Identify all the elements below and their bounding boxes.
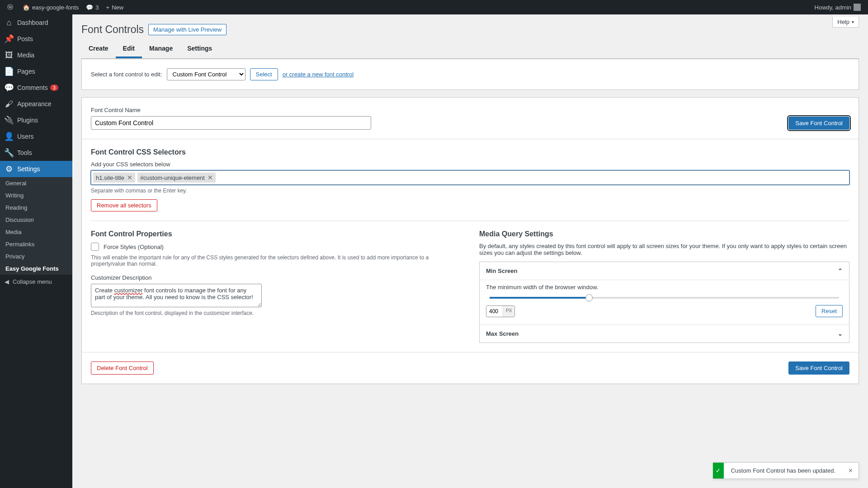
sidebar-item-tools[interactable]: 🔧Tools <box>0 145 72 161</box>
media-query-desc: By default, any styles created by this f… <box>479 243 849 256</box>
sidebar-sub-reading[interactable]: Reading <box>0 202 72 214</box>
select-button[interactable]: Select <box>250 68 278 80</box>
badge: 3 <box>50 84 58 91</box>
min-screen-toggle[interactable]: Min Screen ⌃ <box>480 262 849 280</box>
pages-icon: 📄 <box>5 67 14 76</box>
site-name-link[interactable]: 🏠easy-google-fonts <box>19 0 82 14</box>
save-button-bottom[interactable]: Save Font Control <box>788 361 849 375</box>
sidebar-item-users[interactable]: 👤Users <box>0 128 72 145</box>
min-screen-value-input[interactable] <box>486 306 503 317</box>
css-tag: #custom-unique-element✕ <box>137 173 216 183</box>
posts-icon: 📌 <box>5 34 14 43</box>
howdy-user[interactable]: Howdy, admin <box>811 0 864 14</box>
remove-tag-icon[interactable]: ✕ <box>127 174 132 181</box>
tools-icon: 🔧 <box>5 148 14 157</box>
unit-label: PX <box>503 306 514 317</box>
css-tag: h1.site-title✕ <box>93 173 135 183</box>
sidebar-sub-general[interactable]: General <box>0 177 72 189</box>
css-selectors-title: Font Control CSS Selectors <box>91 148 849 156</box>
admin-sidebar: ⌂Dashboard📌Posts🖼Media📄Pages💬Comments3🖌A… <box>0 14 72 402</box>
sidebar-item-pages[interactable]: 📄Pages <box>0 63 72 80</box>
sidebar-sub-easy-google-fonts[interactable]: Easy Google Fonts <box>0 263 72 275</box>
plugins-icon: 🔌 <box>5 116 14 125</box>
remove-tag-icon[interactable]: ✕ <box>208 174 213 181</box>
main-content: Help Font Controls Manage with Live Prev… <box>72 14 868 402</box>
dashboard-icon: ⌂ <box>5 18 14 27</box>
tab-settings[interactable]: Settings <box>180 40 219 58</box>
sidebar-item-posts[interactable]: 📌Posts <box>0 31 72 47</box>
delete-font-control-button[interactable]: Delete Font Control <box>91 361 154 375</box>
tab-manage[interactable]: Manage <box>142 40 180 58</box>
sidebar-sub-discussion[interactable]: Discussion <box>0 214 72 226</box>
force-styles-label: Force Styles (Optional) <box>104 244 164 250</box>
wp-logo[interactable]: ⓦ <box>4 0 19 14</box>
comments-link[interactable]: 💬3 <box>82 0 102 14</box>
select-control-panel: Select a font control to edit: Custom Fo… <box>81 59 859 90</box>
sidebar-sub-privacy[interactable]: Privacy <box>0 250 72 263</box>
css-selectors-input[interactable]: h1.site-title✕#custom-unique-element✕ <box>91 170 849 185</box>
css-hint: Separate with commas or the Enter key. <box>91 188 849 194</box>
properties-title: Font Control Properties <box>91 230 461 238</box>
sidebar-item-plugins[interactable]: 🔌Plugins <box>0 112 72 128</box>
font-control-select[interactable]: Custom Font Control <box>167 68 245 80</box>
min-screen-slider[interactable] <box>490 297 839 299</box>
sidebar-item-comments[interactable]: 💬Comments3 <box>0 80 72 96</box>
customizer-desc-label: Customizer Description <box>91 274 461 281</box>
page-title: Font Controls <box>81 23 144 36</box>
tab-bar: CreateEditManageSettings <box>81 40 859 59</box>
tab-edit[interactable]: Edit <box>116 40 142 58</box>
collapse-menu-button[interactable]: ◀Collapse menu <box>0 275 72 289</box>
tab-create[interactable]: Create <box>81 40 116 58</box>
help-tab[interactable]: Help <box>832 17 859 28</box>
live-preview-button[interactable]: Manage with Live Preview <box>148 24 226 35</box>
reset-min-button[interactable]: Reset <box>816 305 843 317</box>
force-styles-desc: This will enable the important rule for … <box>91 254 461 267</box>
new-content-link[interactable]: +New <box>103 0 127 14</box>
customizer-desc-hint: Description of the font control, display… <box>91 310 461 316</box>
max-screen-toggle[interactable]: Max Screen ⌄ <box>480 324 849 343</box>
remove-all-selectors-button[interactable]: Remove all selectors <box>91 199 157 211</box>
slider-thumb[interactable] <box>585 294 593 301</box>
chevron-down-icon: ⌄ <box>838 330 843 337</box>
font-control-name-input[interactable] <box>91 116 371 130</box>
settings-icon: ⚙ <box>5 164 14 174</box>
sidebar-sub-writing[interactable]: Writing <box>0 189 72 202</box>
chevron-up-icon: ⌃ <box>838 267 843 274</box>
sidebar-sub-media[interactable]: Media <box>0 226 72 238</box>
comments-icon: 💬 <box>5 83 14 92</box>
create-new-link[interactable]: or create a new font control <box>283 71 354 78</box>
force-styles-checkbox[interactable] <box>91 243 99 251</box>
users-icon: 👤 <box>5 132 14 141</box>
customizer-desc-textarea[interactable]: Create customizer font controls to manag… <box>91 284 262 307</box>
admin-topbar: ⓦ 🏠easy-google-fonts 💬3 +New Howdy, admi… <box>0 0 868 14</box>
sidebar-item-dashboard[interactable]: ⌂Dashboard <box>0 14 72 31</box>
sidebar-item-appearance[interactable]: 🖌Appearance <box>0 96 72 112</box>
edit-panel: Font Control Name Save Font Control Font… <box>81 97 859 384</box>
sidebar-item-settings[interactable]: ⚙Settings <box>0 161 72 177</box>
save-button-top[interactable]: Save Font Control <box>788 117 849 130</box>
css-sub-label: Add your CSS selectors below <box>91 161 849 168</box>
sidebar-item-media[interactable]: 🖼Media <box>0 47 72 63</box>
avatar <box>854 4 861 11</box>
media-icon: 🖼 <box>5 51 14 60</box>
select-control-label: Select a font control to edit: <box>91 71 162 78</box>
sidebar-sub-permalinks[interactable]: Permalinks <box>0 238 72 250</box>
name-label: Font Control Name <box>91 107 371 113</box>
media-query-title: Media Query Settings <box>479 230 849 238</box>
appearance-icon: 🖌 <box>5 99 14 108</box>
min-screen-desc: The minimum width of the browser window. <box>486 284 843 291</box>
